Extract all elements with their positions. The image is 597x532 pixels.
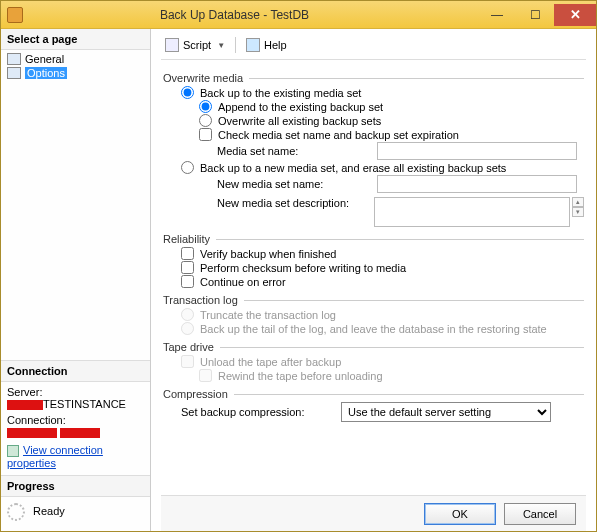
check-unload-tape: Unload the tape after backup <box>163 355 584 368</box>
page-icon <box>7 53 21 65</box>
right-panel: Script ▼ Help Overwrite media Back up to… <box>151 29 596 531</box>
redacted-text <box>60 428 100 438</box>
media-set-name-label: Media set name: <box>217 145 377 157</box>
reliability-header: Reliability <box>163 233 210 245</box>
radio-backup-tail: Back up the tail of the log, and leave t… <box>163 322 584 335</box>
page-general[interactable]: General <box>5 52 146 66</box>
radio-back-existing[interactable]: Back up to the existing media set <box>163 86 584 99</box>
help-icon <box>246 38 260 52</box>
connection-value <box>7 426 144 438</box>
maximize-button[interactable]: ☐ <box>516 4 554 26</box>
new-media-desc-label: New media set description: <box>217 197 374 209</box>
tape-drive-header: Tape drive <box>163 341 214 353</box>
backup-database-dialog: Back Up Database - TestDB — ☐ ✕ Select a… <box>0 0 597 532</box>
progress-status: Ready <box>33 505 65 517</box>
desc-spinner[interactable]: ▴▾ <box>572 197 584 217</box>
script-button[interactable]: Script ▼ <box>161 37 229 53</box>
overwrite-media-header: Overwrite media <box>163 72 243 84</box>
new-media-desc-input[interactable] <box>374 197 570 227</box>
window-title: Back Up Database - TestDB <box>31 8 478 22</box>
help-button[interactable]: Help <box>242 37 291 53</box>
compression-label: Set backup compression: <box>181 406 341 418</box>
progress-header: Progress <box>1 476 150 497</box>
dialog-footer: OK Cancel <box>161 495 586 531</box>
check-continue-error[interactable]: Continue on error <box>163 275 584 288</box>
check-media-expiration[interactable]: Check media set name and backup set expi… <box>163 128 584 141</box>
select-page-header: Select a page <box>1 29 150 50</box>
transaction-log-header: Transaction log <box>163 294 238 306</box>
connection-label: Connection: <box>7 414 144 426</box>
progress-spinner-icon <box>7 503 25 521</box>
media-set-name-input[interactable] <box>377 142 577 160</box>
radio-back-new[interactable]: Back up to a new media set, and erase al… <box>163 161 584 174</box>
connection-panel: Connection Server: TESTINSTANCE Connecti… <box>1 360 150 475</box>
page-options[interactable]: Options <box>5 66 146 80</box>
page-icon <box>7 67 21 79</box>
radio-truncate-log: Truncate the transaction log <box>163 308 584 321</box>
ok-button[interactable]: OK <box>424 503 496 525</box>
toolbar: Script ▼ Help <box>161 35 586 60</box>
radio-append[interactable]: Append to the existing backup set <box>163 100 584 113</box>
progress-panel: Progress Ready <box>1 475 150 531</box>
view-connection-properties-link[interactable]: View connection properties <box>7 444 103 469</box>
redacted-text <box>7 400 43 410</box>
new-media-name-input[interactable] <box>377 175 577 193</box>
script-icon <box>165 38 179 52</box>
radio-overwrite-all[interactable]: Overwrite all existing backup sets <box>163 114 584 127</box>
server-value: TESTINSTANCE <box>7 398 144 410</box>
server-label: Server: <box>7 386 144 398</box>
app-icon <box>7 7 23 23</box>
connection-properties-icon <box>7 445 19 457</box>
left-panel: Select a page General Options Connection… <box>1 29 151 531</box>
check-rewind-tape: Rewind the tape before unloading <box>163 369 584 382</box>
redacted-text <box>7 428 57 438</box>
connection-header: Connection <box>1 361 150 382</box>
title-bar: Back Up Database - TestDB — ☐ ✕ <box>1 1 596 29</box>
cancel-button[interactable]: Cancel <box>504 503 576 525</box>
compression-header: Compression <box>163 388 228 400</box>
close-button[interactable]: ✕ <box>554 4 596 26</box>
minimize-button[interactable]: — <box>478 4 516 26</box>
compression-select[interactable]: Use the default server setting <box>341 402 551 422</box>
new-media-name-label: New media set name: <box>217 178 377 190</box>
chevron-down-icon: ▼ <box>217 41 225 50</box>
check-perform-checksum[interactable]: Perform checksum before writing to media <box>163 261 584 274</box>
check-verify-backup[interactable]: Verify backup when finished <box>163 247 584 260</box>
